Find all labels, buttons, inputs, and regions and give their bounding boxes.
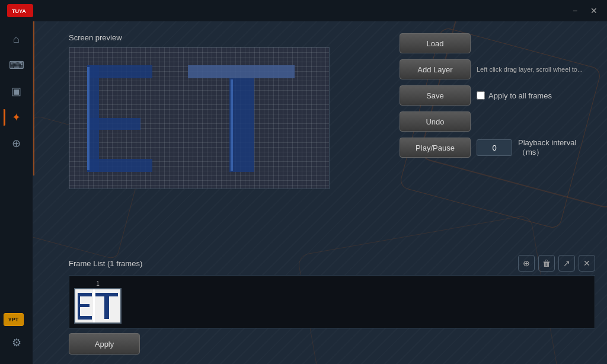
display-icon: ▣ xyxy=(11,85,21,98)
trash-icon: 🗑 xyxy=(542,258,551,268)
minimize-button[interactable]: − xyxy=(567,4,583,18)
svg-rect-10 xyxy=(231,79,233,171)
sidebar-item-globe[interactable]: ⊕ xyxy=(4,132,30,155)
frame-number: 1 xyxy=(96,280,100,287)
svg-rect-7 xyxy=(229,78,254,172)
svg-rect-13 xyxy=(78,293,92,296)
svg-rect-16 xyxy=(95,293,118,296)
title-bar: TUYA − ✕ xyxy=(0,0,607,21)
globe-icon: ⊕ xyxy=(12,137,21,150)
orange-line-left xyxy=(33,21,34,175)
undo-button[interactable]: Undo xyxy=(400,111,471,132)
frame-delete-button[interactable]: 🗑 xyxy=(538,255,555,272)
svg-rect-15 xyxy=(78,316,92,320)
add-layer-note: Left click drag layer, scroll wheel to..… xyxy=(477,66,583,73)
screen-preview-section: Screen preview xyxy=(69,33,365,189)
undo-row: Undo xyxy=(400,111,595,132)
thumbnail-svg xyxy=(75,289,120,323)
frame-list-title: Frame List (1 frames) xyxy=(69,259,142,268)
svg-rect-5 xyxy=(87,159,152,172)
load-row: Load xyxy=(400,33,595,53)
frame-export-button[interactable]: ↗ xyxy=(558,255,575,272)
apply-to-all-frames-checkbox[interactable] xyxy=(477,91,485,100)
save-row: Save Apply to all frames xyxy=(400,85,595,106)
preview-canvas xyxy=(69,47,330,189)
apply-button[interactable]: Apply xyxy=(69,333,140,355)
sidebar-item-settings[interactable]: ⚙ xyxy=(4,331,30,355)
playback-interval-label: Playback interval（ms） xyxy=(518,138,595,158)
app-logo: TUYA xyxy=(7,4,33,17)
sidebar-item-display[interactable]: ▣ xyxy=(4,79,30,103)
frame-item[interactable]: 1 xyxy=(74,280,122,324)
home-icon: ⌂ xyxy=(13,33,20,46)
export-icon: ↗ xyxy=(563,258,570,268)
load-button[interactable]: Load xyxy=(400,33,471,53)
add-layer-row: Add Layer Left click drag layer, scroll … xyxy=(400,59,595,79)
play-pause-button[interactable]: Play/Pause xyxy=(400,138,471,158)
sidebar-bottom: YPT ⚙ xyxy=(4,313,30,355)
playback-row: Play/Pause Playback interval（ms） xyxy=(400,138,595,158)
logo-icon: TUYA xyxy=(7,4,33,17)
svg-rect-9 xyxy=(87,67,90,170)
add-layer-button[interactable]: Add Layer xyxy=(400,59,471,79)
plus-icon: ⊕ xyxy=(523,258,530,268)
apply-to-all-frames-label: Apply to all frames xyxy=(488,91,552,100)
frame-add-button[interactable]: ⊕ xyxy=(518,255,535,272)
svg-rect-4 xyxy=(87,118,140,130)
window-controls: − ✕ xyxy=(567,4,602,18)
effects-icon: ✦ xyxy=(12,111,21,124)
playback-interval-input[interactable] xyxy=(477,139,512,156)
svg-rect-8 xyxy=(188,65,295,78)
settings-icon: ⚙ xyxy=(12,336,21,349)
ypt-badge[interactable]: YPT xyxy=(4,313,24,326)
frame-list-icons: ⊕ 🗑 ↗ ✕ xyxy=(518,255,595,272)
sidebar: ⌂ ⌨ ▣ ✦ ⊕ YPT ⚙ xyxy=(0,21,33,364)
main-content: Screen preview Load xyxy=(33,21,607,364)
frame-list-section: Frame List (1 frames) ⊕ 🗑 ↗ ✕ 1 xyxy=(69,255,595,328)
apply-to-all-frames-row: Apply to all frames xyxy=(477,91,552,100)
sidebar-item-home[interactable]: ⌂ xyxy=(4,27,30,51)
controls-panel: Load Add Layer Left click drag layer, sc… xyxy=(400,33,595,158)
frame-thumbnail[interactable] xyxy=(74,288,122,324)
svg-rect-14 xyxy=(78,304,90,307)
svg-text:TUYA: TUYA xyxy=(12,8,26,14)
sidebar-item-effects[interactable]: ✦ xyxy=(4,106,30,129)
svg-rect-3 xyxy=(87,65,152,78)
apply-section: Apply xyxy=(69,333,140,355)
frame-list-content: 1 xyxy=(69,275,595,328)
svg-rect-18 xyxy=(93,289,95,323)
sidebar-item-keyboard[interactable]: ⌨ xyxy=(4,53,30,77)
close-frame-icon: ✕ xyxy=(583,258,590,268)
keyboard-icon: ⌨ xyxy=(9,59,24,72)
save-button[interactable]: Save xyxy=(400,85,471,106)
svg-rect-17 xyxy=(104,296,109,319)
close-button[interactable]: ✕ xyxy=(586,4,602,18)
screen-preview-label: Screen preview xyxy=(69,33,365,42)
frame-close-button[interactable]: ✕ xyxy=(579,255,595,272)
preview-svg xyxy=(69,47,330,189)
frame-list-header: Frame List (1 frames) ⊕ 🗑 ↗ ✕ xyxy=(69,255,595,272)
